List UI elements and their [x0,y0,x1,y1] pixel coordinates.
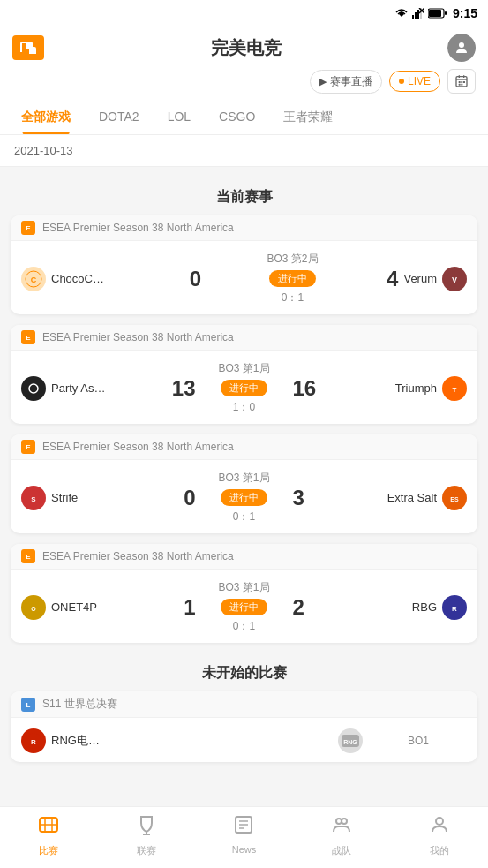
esea-icon-4: E [24,552,33,561]
news-nav-icon [233,814,254,841]
calendar-button[interactable] [447,69,476,94]
map-score-1: 0：1 [282,291,304,306]
team-logo-1b: V [442,267,467,291]
svg-text:ES: ES [450,496,459,502]
nav-team[interactable]: 战队 [293,814,391,857]
team-logo-4a: O [21,595,46,620]
nav-news[interactable]: News [195,814,293,857]
score-container-3b: 3 [293,486,304,510]
map-score-4: 0：1 [233,619,255,634]
svg-rect-19 [461,84,462,86]
nav-league[interactable]: 联赛 [98,814,196,857]
league-icon-2: E [21,330,35,344]
match-row-3: S Strife 0 BO3 第1局 进行中 0：1 3 Extra [21,471,467,525]
svg-text:S: S [31,495,36,503]
app-title: 完美电竞 [44,36,447,60]
bottom-nav: 比赛 联赛 News [0,806,488,868]
svg-text:O: O [31,606,36,612]
team-icon [331,814,352,835]
svg-rect-17 [463,81,465,83]
match-format-1: BO3 第2局 [267,252,318,267]
triumph-logo: T [446,380,463,397]
main-content: 当前赛事 E ESEA Premier Season 38 North Amer… [0,167,488,845]
broadcast-button[interactable]: ▶ 赛事直播 [310,70,382,94]
match-header-2: E ESEA Premier Season 38 North America [11,325,477,351]
match-info-3: BO3 第1局 进行中 0：1 [196,471,293,525]
party-logo [25,380,42,397]
svg-text:E: E [26,224,31,232]
tab-csgo[interactable]: CSGO [205,101,269,134]
match-card-4[interactable]: E ESEA Premier Season 38 North America O… [11,544,477,643]
svg-text:E: E [26,334,31,342]
match-status-4: 进行中 [221,599,267,615]
team-name-1b: Verum [403,272,437,285]
score-right-4: 2 [293,595,304,620]
app-logo[interactable] [12,35,44,60]
league-icon [136,814,157,835]
live-button[interactable]: LIVE [389,71,440,92]
team-right-2: Triumph T [316,376,467,401]
tab-dota2[interactable]: DOTA2 [85,101,154,134]
nav-mine-label: 我的 [430,844,449,857]
tab-lol[interactable]: LOL [154,101,205,134]
svg-rect-1 [412,15,414,19]
match-status-2: 进行中 [221,380,267,396]
score-right-1: 4 [387,267,398,291]
match-body-1: C ChocoC… 0 BO3 第2局 进行中 0：1 4 Verum [11,241,477,314]
tab-all-games[interactable]: 全部游戏 [7,101,85,134]
match-info-4: BO3 第1局 进行中 0：1 [196,580,293,634]
team-logo-1a: C [21,267,46,291]
match-card-3[interactable]: E ESEA Premier Season 38 North America S… [11,434,477,533]
svg-point-62 [436,818,443,825]
team-name-3b: Extra Salt [387,491,437,504]
upcoming-team-name-1a: RNG电… [51,733,100,749]
match-row-1: C ChocoC… 0 BO3 第2局 进行中 0：1 4 Verum [21,252,467,306]
score-container-2b: 16 [293,376,317,401]
svg-rect-18 [459,84,461,86]
svg-text:R: R [452,605,457,613]
team-name-1a: ChocoC… [51,272,104,285]
match-info-1: BO3 第2局 进行中 0：1 [244,252,342,306]
score-container-2a: 13 [172,376,196,401]
nav-mine[interactable]: 我的 [390,814,488,857]
league-name-4: ESEA Premier Season 38 North America [42,550,234,562]
match-row-2: Party As… 13 BO3 第1局 进行中 1：0 16 Triumph [21,361,467,415]
svg-text:E: E [26,553,31,561]
status-icons [394,8,447,19]
live-label: LIVE [408,75,431,87]
score-left-1: 0 [190,267,201,291]
esea-icon-2: E [24,333,33,342]
match-status-3: 进行中 [221,489,267,506]
league-icon-1: E [21,221,35,235]
status-bar: 9:15 [0,0,488,26]
match-card-1[interactable]: E ESEA Premier Season 38 North America C… [11,215,477,314]
team-name-2a: Party As… [51,381,105,395]
upcoming-team-logo-unknown: RNG [338,728,363,753]
match-header-3: E ESEA Premier Season 38 North America [11,434,477,460]
upcoming-league-name-1: S11 世界总决赛 [42,697,117,712]
score-left-2: 13 [172,376,196,401]
upcoming-league-icon-1: L [21,698,35,712]
nav-league-label: 联赛 [137,844,156,857]
match-card-2[interactable]: E ESEA Premier Season 38 North America P… [11,325,477,424]
svg-point-61 [342,819,347,824]
nav-match[interactable]: 比赛 [0,814,98,857]
team-right-3: Extra Salt ES [304,486,467,510]
svg-text:T: T [453,386,457,394]
upcoming-card-1[interactable]: L S11 世界总决赛 R RNG电… [11,691,477,762]
tab-honor[interactable]: 王者荣耀 [269,101,347,134]
upcoming-matches-title: 未开始的比赛 [11,653,477,691]
user-avatar[interactable] [447,34,476,62]
nav-team-label: 战队 [332,844,351,857]
score-left-4: 1 [184,595,195,620]
match-format-2: BO3 第1局 [218,361,269,376]
team-name-4b: RBG [412,600,437,614]
svg-rect-15 [459,81,461,83]
team-right-1: 4 Verum V [342,267,468,291]
upcoming-team-logo-1a: R [21,728,46,753]
team-left-3: S Strife [21,486,184,510]
header-actions: ▶ 赛事直播 LIVE [0,65,488,101]
rng-logo: R [25,732,42,750]
team-logo-3b: ES [442,486,467,510]
svg-rect-9 [445,11,447,15]
